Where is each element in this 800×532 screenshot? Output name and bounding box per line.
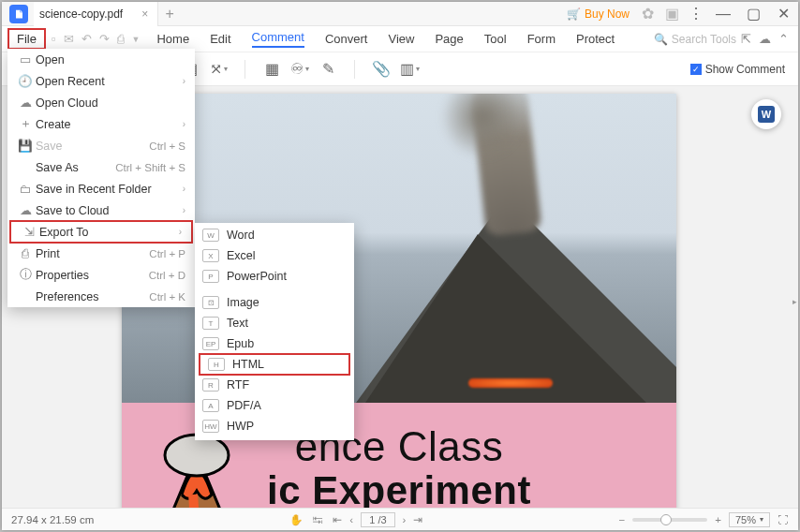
export-powerpoint[interactable]: PPowerPoint <box>195 266 354 287</box>
menu-tab-form[interactable]: Form <box>527 32 556 46</box>
zoom-select[interactable]: 75%▾ <box>729 512 770 527</box>
page-dimensions: 27.94 x 21.59 cm <box>11 514 94 525</box>
export-hwp[interactable]: HWHWP <box>195 416 354 436</box>
scroll-indicator-icon[interactable]: ▸ <box>791 297 798 306</box>
menu-tab-protect[interactable]: Protect <box>576 32 615 46</box>
print-icon[interactable]: ⎙ <box>117 32 125 46</box>
quick-access-toolbar: ▫ ✉ ↶ ↷ ⎙ ▼ <box>52 32 141 46</box>
fit-page-icon[interactable]: ⛶ <box>778 514 789 525</box>
export-rtf[interactable]: RRTF <box>195 375 354 395</box>
cloud-icon: ☁ <box>15 203 36 217</box>
attach-icon[interactable]: 📎 <box>372 60 391 79</box>
export-image[interactable]: ⊡Image <box>195 292 354 313</box>
page-input[interactable]: 1 /3 <box>361 512 394 527</box>
redo-icon[interactable]: ↷ <box>99 32 110 46</box>
tab-title: science-copy.pdf <box>39 7 123 21</box>
convert-word-badge[interactable]: W <box>751 99 781 129</box>
menu-tab-convert[interactable]: Convert <box>325 32 368 46</box>
search-placeholder: Search Tools <box>672 33 736 46</box>
prev-page-icon[interactable]: ‹ <box>349 514 353 525</box>
hand-tool-icon[interactable]: ✋ <box>289 513 303 526</box>
export-excel[interactable]: XExcel <box>195 245 354 266</box>
stamp-icon[interactable]: ♾ <box>290 60 309 79</box>
mail-icon[interactable]: ✉ <box>64 32 74 46</box>
buy-now-link[interactable]: 🛒 Buy Now <box>567 7 630 21</box>
chevron-right-icon: › <box>183 119 185 129</box>
export-icon: ⇲ <box>19 225 39 239</box>
collapse-ribbon-icon[interactable]: ⌃ <box>774 32 793 46</box>
app-window: science-copy.pdf × + 🛒 Buy Now ✿ ▣ ⋮ — ▢… <box>2 2 798 530</box>
export-text[interactable]: TText <box>195 313 354 333</box>
create-icon: ＋ <box>15 116 36 132</box>
maximize-button[interactable]: ▢ <box>738 2 768 26</box>
file-menu-properties[interactable]: ⓘPropertiesCtrl + D <box>7 264 195 286</box>
first-page-icon[interactable]: ⇤ <box>333 513 342 526</box>
zoom-in-icon[interactable]: + <box>715 514 721 525</box>
next-page-icon[interactable]: › <box>403 514 407 525</box>
file-menu-button[interactable]: File <box>7 28 46 50</box>
share-icon[interactable]: ⇱ <box>736 32 755 46</box>
menu-tab-home[interactable]: Home <box>156 32 189 46</box>
new-tab-button[interactable]: + <box>158 6 181 22</box>
file-menu-open-recent[interactable]: 🕘Open Recent› <box>7 70 195 92</box>
sign-icon[interactable]: ✎ <box>319 60 337 79</box>
file-menu-preferences[interactable]: PreferencesCtrl + K <box>7 286 195 307</box>
zoom-controls: − + 75%▾ ⛶ <box>619 512 789 527</box>
filetype-icon: P <box>202 270 219 283</box>
notify-icon[interactable]: ▣ <box>663 6 680 22</box>
export-pdfa[interactable]: APDF/A <box>195 395 354 416</box>
kebab-menu-icon[interactable]: ⋮ <box>688 6 704 22</box>
document-tab[interactable]: science-copy.pdf × <box>34 2 158 26</box>
filetype-icon: EP <box>202 337 219 350</box>
filetype-icon: R <box>202 378 219 392</box>
minimize-button[interactable]: — <box>708 2 738 26</box>
file-menu-save-in-recent-folder[interactable]: 🗀Save in Recent Folder› <box>7 178 195 200</box>
export-epub[interactable]: EPEpub <box>195 333 354 354</box>
file-menu-open[interactable]: ▭Open <box>7 49 195 70</box>
filetype-icon: T <box>202 317 219 330</box>
gift-icon[interactable]: ✿ <box>639 6 656 22</box>
close-button[interactable]: ✕ <box>768 2 798 26</box>
menu-tab-edit[interactable]: Edit <box>210 32 230 46</box>
zoom-out-icon[interactable]: − <box>619 514 626 525</box>
file-menu-print[interactable]: ⎙PrintCtrl + P <box>7 243 195 264</box>
cloud-icon[interactable]: ☁ <box>755 32 774 46</box>
menu-tab-comment[interactable]: Comment <box>252 30 304 48</box>
export-html[interactable]: HHTML <box>199 353 350 376</box>
cloud-icon: ☁ <box>15 96 36 110</box>
callout-icon[interactable]: ⤧ <box>209 60 228 79</box>
zoom-slider[interactable] <box>632 518 707 522</box>
save-icon: 💾 <box>15 139 36 153</box>
titlebar: science-copy.pdf × + 🛒 Buy Now ✿ ▣ ⋮ — ▢… <box>2 2 798 26</box>
last-page-icon[interactable]: ⇥ <box>413 513 422 526</box>
file-menu-save-to-cloud[interactable]: ☁Save to Cloud› <box>7 200 195 221</box>
file-dropdown-menu: ▭Open🕘Open Recent›☁Open Cloud＋Create›💾Sa… <box>7 49 195 307</box>
file-menu-open-cloud[interactable]: ☁Open Cloud <box>7 92 195 113</box>
export-word[interactable]: WWord <box>195 225 354 245</box>
menu-tab-tool[interactable]: Tool <box>484 32 507 46</box>
filetype-icon: HW <box>202 420 219 433</box>
more-icon[interactable]: ▥ <box>400 60 419 79</box>
file-menu-create[interactable]: ＋Create› <box>7 113 195 135</box>
save-icon[interactable]: ▫ <box>52 32 56 46</box>
undo-icon[interactable]: ↶ <box>81 32 92 46</box>
file-menu-save-as[interactable]: Save AsCtrl + Shift + S <box>7 156 195 178</box>
export-submenu: WWordXExcelPPowerPoint⊡ImageTTextEPEpubH… <box>195 223 354 440</box>
qat-dropdown-icon[interactable]: ▼ <box>132 35 141 44</box>
chevron-right-icon: › <box>179 227 182 237</box>
menu-tab-view[interactable]: View <box>388 32 414 46</box>
filetype-icon: W <box>202 229 219 242</box>
area-icon[interactable]: ▦ <box>262 60 281 79</box>
tab-close-icon[interactable]: × <box>141 7 148 21</box>
show-comment-toggle[interactable]: ✓ Show Comment <box>690 63 785 76</box>
open-icon: ▭ <box>15 52 36 66</box>
select-tool-icon[interactable]: ⭾ <box>312 514 323 525</box>
file-menu-export-to[interactable]: ⇲Export To› <box>9 220 193 244</box>
chevron-right-icon: › <box>183 184 185 194</box>
cart-icon: 🛒 <box>567 7 581 21</box>
menu-tab-page[interactable]: Page <box>435 32 463 46</box>
checkbox-checked-icon: ✓ <box>690 64 702 75</box>
search-tools[interactable]: 🔍 Search Tools <box>654 33 736 46</box>
chevron-right-icon: › <box>183 205 185 215</box>
status-bar: 27.94 x 21.59 cm ✋ ⭾ ⇤ ‹ 1 /3 › ⇥ − + 75… <box>2 508 798 530</box>
